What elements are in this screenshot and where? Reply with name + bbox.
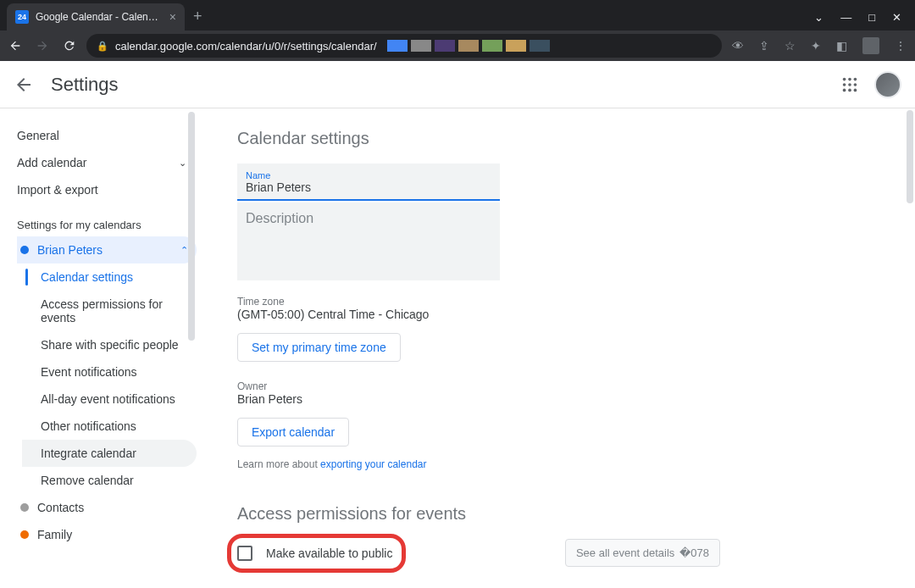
minimize-icon[interactable]: ― bbox=[840, 11, 851, 24]
sidebar-sub-event-notifications[interactable]: Event notifications bbox=[22, 358, 197, 386]
chevron-down-icon: ⌄ bbox=[179, 158, 186, 169]
visibility-dropdown[interactable]: See all event details �078 bbox=[565, 539, 720, 567]
sidebar-sub-access-permissions[interactable]: Access permissions for events bbox=[22, 291, 197, 331]
svg-point-8 bbox=[854, 88, 857, 92]
sidebar-section-title: Settings for my calendars bbox=[17, 203, 197, 236]
sidebar-item-add-calendar[interactable]: Add calendar ⌄ bbox=[17, 149, 197, 176]
extensions-icon[interactable]: ✦ bbox=[811, 39, 821, 53]
svg-point-2 bbox=[854, 77, 857, 80]
account-avatar[interactable] bbox=[874, 71, 901, 98]
sidebar-sub-integrate-calendar[interactable]: Integrate calendar bbox=[22, 440, 197, 467]
sidebar-sub-share-specific[interactable]: Share with specific people bbox=[22, 331, 197, 358]
learn-more-prefix: Learn more about bbox=[237, 458, 320, 470]
sidebar-item-label: Brian Peters bbox=[37, 243, 172, 257]
sidebar-sub-allday-notifications[interactable]: All-day event notifications bbox=[22, 386, 197, 413]
calendar-favicon: 24 bbox=[15, 10, 29, 24]
chevron-up-icon: ⌃ bbox=[180, 245, 188, 256]
calendar-color-dot bbox=[20, 246, 29, 254]
sidebar-item-import-export[interactable]: Import & export bbox=[17, 176, 197, 203]
close-window-icon[interactable]: ✕ bbox=[892, 11, 901, 24]
calendar-color-dot bbox=[20, 530, 29, 539]
section-title-calendar-settings: Calendar settings bbox=[237, 129, 881, 148]
dropdown-label: See all event details bbox=[576, 546, 674, 559]
profile-chip[interactable] bbox=[862, 37, 879, 54]
svg-point-3 bbox=[843, 83, 846, 86]
make-public-label: Make available to public bbox=[266, 546, 392, 560]
forward-icon[interactable] bbox=[36, 39, 49, 53]
owner-label: Owner bbox=[237, 380, 881, 392]
tab-title: Google Calendar - Calendar setti bbox=[36, 11, 163, 23]
svg-point-6 bbox=[843, 88, 846, 92]
timezone-value: (GMT-05:00) Central Time - Chicago bbox=[237, 308, 881, 321]
svg-point-4 bbox=[848, 83, 851, 86]
url-obscured bbox=[387, 40, 550, 52]
make-public-option[interactable]: Make available to public bbox=[237, 546, 392, 561]
sidepanel-icon[interactable]: ◧ bbox=[836, 39, 847, 53]
export-calendar-button[interactable]: Export calendar bbox=[237, 418, 349, 447]
eye-icon[interactable]: 👁 bbox=[732, 39, 744, 53]
sidebar-calendar-family[interactable]: Family bbox=[17, 521, 197, 548]
svg-point-0 bbox=[843, 77, 846, 80]
url-text: calendar.google.com/calendar/u/0/r/setti… bbox=[115, 40, 377, 53]
caret-down-icon: �078 bbox=[679, 546, 709, 559]
sidebar-item-general[interactable]: General bbox=[17, 122, 197, 149]
sidebar-calendar-contacts[interactable]: Contacts bbox=[17, 494, 197, 521]
access-permissions-row: Make available to public See all event d… bbox=[237, 539, 720, 567]
description-placeholder: Description bbox=[246, 211, 313, 225]
section-title-access-permissions: Access permissions for events bbox=[237, 504, 881, 524]
url-input[interactable]: 🔒 calendar.google.com/calendar/u/0/r/set… bbox=[86, 34, 722, 58]
name-field-value: Brian Peters bbox=[246, 180, 491, 194]
kebab-menu-icon[interactable]: ⋮ bbox=[895, 39, 907, 53]
learn-more-text: Learn more about exporting your calendar bbox=[237, 458, 881, 470]
apps-grid-icon[interactable] bbox=[840, 75, 859, 94]
sidebar-calendar-brian[interactable]: Brian Peters ⌃ bbox=[17, 236, 197, 263]
description-input[interactable]: Description bbox=[237, 202, 500, 280]
sidebar-item-label: Contacts bbox=[37, 501, 84, 514]
svg-point-7 bbox=[848, 88, 851, 92]
share-icon[interactable]: ⇪ bbox=[759, 39, 769, 53]
browser-tab[interactable]: 24 Google Calendar - Calendar setti × bbox=[7, 3, 185, 31]
maximize-icon[interactable]: □ bbox=[868, 11, 875, 24]
main-content: Calendar settings Name Brian Peters Desc… bbox=[203, 108, 915, 588]
sidebar-sub-other-notifications[interactable]: Other notifications bbox=[22, 413, 197, 440]
chevron-down-icon[interactable]: ⌄ bbox=[814, 11, 824, 24]
sidebar-item-label: Add calendar bbox=[17, 156, 87, 169]
calendar-color-dot bbox=[20, 503, 29, 512]
address-bar: 🔒 calendar.google.com/calendar/u/0/r/set… bbox=[0, 31, 915, 61]
back-icon[interactable] bbox=[8, 39, 22, 53]
window-controls: ⌄ ― □ ✕ bbox=[801, 4, 915, 31]
exporting-calendar-link[interactable]: exporting your calendar bbox=[320, 458, 426, 470]
checkbox-icon[interactable] bbox=[237, 546, 252, 561]
sidebar-item-label: Family bbox=[37, 528, 72, 541]
set-primary-timezone-button[interactable]: Set my primary time zone bbox=[237, 333, 401, 362]
name-input[interactable]: Name Brian Peters bbox=[237, 164, 500, 201]
browser-tabbar: 24 Google Calendar - Calendar setti × + … bbox=[0, 0, 915, 31]
star-icon[interactable]: ☆ bbox=[785, 39, 796, 53]
app-header: Settings bbox=[0, 61, 915, 108]
page-title: Settings bbox=[51, 74, 119, 96]
sidebar-sub-remove-calendar[interactable]: Remove calendar bbox=[22, 467, 197, 494]
svg-point-1 bbox=[848, 77, 851, 80]
reload-icon[interactable] bbox=[63, 39, 76, 53]
lock-icon: 🔒 bbox=[97, 41, 108, 52]
close-tab-icon[interactable]: × bbox=[169, 10, 176, 24]
main-scrollbar[interactable] bbox=[907, 110, 913, 203]
settings-sidebar: General Add calendar ⌄ Import & export S… bbox=[0, 108, 203, 588]
name-field-label: Name bbox=[246, 170, 491, 180]
sidebar-sub-calendar-settings[interactable]: Calendar settings bbox=[22, 263, 197, 291]
svg-point-5 bbox=[854, 83, 857, 86]
back-arrow-icon[interactable] bbox=[14, 75, 34, 95]
owner-value: Brian Peters bbox=[237, 392, 881, 406]
new-tab-button[interactable]: + bbox=[185, 3, 211, 31]
timezone-label: Time zone bbox=[237, 296, 881, 308]
